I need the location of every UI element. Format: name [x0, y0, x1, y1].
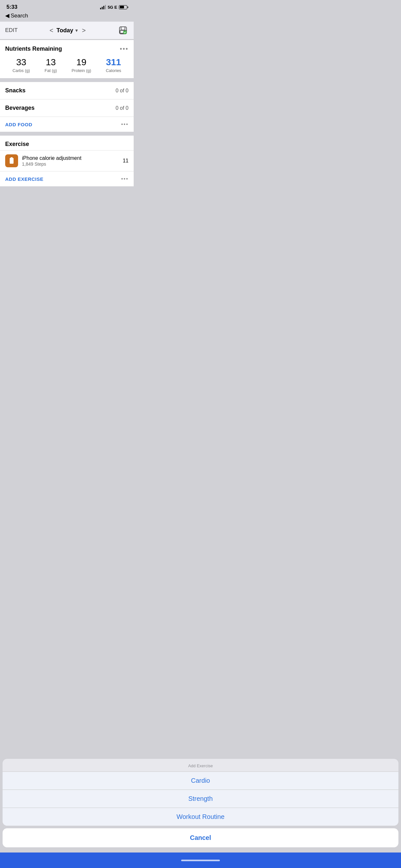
back-arrow-icon: ◀: [5, 12, 9, 19]
beverages-value: 0 of 0: [116, 105, 128, 111]
protein-label: Protein (g): [72, 68, 91, 73]
carbs-label: Carbs (g): [12, 68, 30, 73]
exercise-item-name: iPhone calorie adjustment: [22, 155, 123, 161]
add-exercise-row[interactable]: ADD EXERCISE •••: [0, 172, 134, 186]
nutrients-title: Nutrients Remaining: [5, 45, 62, 52]
snacks-label: Snacks: [5, 87, 26, 94]
back-label: Search: [11, 12, 28, 19]
status-icons: 5G E: [100, 5, 127, 10]
fat-value: 13: [46, 57, 56, 67]
battery-icon: [119, 5, 127, 9]
svg-rect-5: [11, 157, 12, 159]
exercise-item-row[interactable]: iPhone calorie adjustment 1,849 Steps 11: [0, 151, 134, 172]
svg-rect-4: [10, 158, 13, 164]
carbs-nutrient: 33 Carbs (g): [12, 57, 30, 73]
food-section: Snacks 0 of 0 Beverages 0 of 0 ADD FOOD …: [0, 82, 134, 132]
status-time: 5:33: [6, 4, 18, 10]
network-label: 5G E: [107, 5, 117, 10]
save-log-button[interactable]: [118, 25, 128, 36]
date-nav-group: < Today ▼ >: [50, 27, 86, 34]
add-food-row[interactable]: ADD FOOD •••: [0, 117, 134, 132]
exercise-item-cals: 11: [123, 158, 128, 164]
exercise-item-steps: 1,849 Steps: [22, 161, 123, 166]
nutrients-section: Nutrients Remaining ••• 33 Carbs (g) 13 …: [0, 40, 134, 78]
calories-nutrient: 311 Calories: [106, 57, 121, 73]
edit-button[interactable]: EDIT: [5, 27, 18, 34]
nutrients-grid: 33 Carbs (g) 13 Fat (g) 19 Protein (g) 3…: [5, 57, 128, 73]
fat-label: Fat (g): [44, 68, 57, 73]
add-food-button[interactable]: ADD FOOD: [5, 122, 32, 127]
snacks-value: 0 of 0: [116, 88, 128, 94]
svg-rect-1: [121, 27, 125, 30]
back-nav[interactable]: ◀ Search: [0, 11, 134, 22]
beverages-row[interactable]: Beverages 0 of 0: [0, 99, 134, 117]
exercise-section: Exercise iPhone calorie adjustment 1,849…: [0, 135, 134, 186]
food-more-button[interactable]: •••: [121, 121, 128, 127]
next-day-button[interactable]: >: [82, 27, 86, 34]
today-button[interactable]: Today ▼: [57, 27, 79, 34]
exercise-title: Exercise: [5, 141, 29, 147]
status-bar: 5:33 5G E: [0, 0, 134, 11]
protein-nutrient: 19 Protein (g): [72, 57, 91, 73]
page-content: Nutrients Remaining ••• 33 Carbs (g) 13 …: [0, 40, 134, 186]
carbs-value: 33: [16, 57, 26, 67]
exercise-item-info: iPhone calorie adjustment 1,849 Steps: [22, 155, 123, 166]
fat-nutrient: 13 Fat (g): [44, 57, 57, 73]
prev-day-button[interactable]: <: [50, 27, 53, 34]
snacks-row[interactable]: Snacks 0 of 0: [0, 82, 134, 99]
exercise-more-button[interactable]: •••: [121, 176, 128, 182]
today-label: Today: [57, 27, 73, 34]
dropdown-arrow-icon: ▼: [74, 28, 79, 33]
calories-value: 311: [106, 57, 121, 67]
calories-label: Calories: [106, 68, 121, 73]
add-exercise-button[interactable]: ADD EXERCISE: [5, 176, 43, 182]
protein-value: 19: [76, 57, 86, 67]
svg-point-3: [123, 30, 127, 34]
exercise-app-icon: [5, 154, 18, 167]
beverages-label: Beverages: [5, 104, 35, 112]
signal-bars-icon: [100, 5, 106, 9]
exercise-header: Exercise: [0, 135, 134, 151]
nutrients-header: Nutrients Remaining •••: [5, 45, 128, 53]
toolbar: EDIT < Today ▼ >: [0, 22, 134, 39]
nutrients-more-button[interactable]: •••: [120, 45, 128, 53]
